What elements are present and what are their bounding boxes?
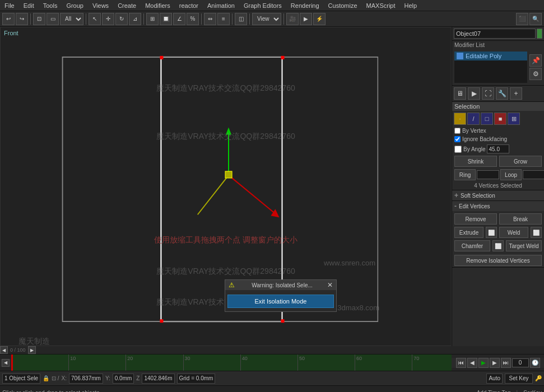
scroll-left-button[interactable]: ◀	[0, 346, 8, 354]
prev-frame-button[interactable]: ◀	[467, 358, 477, 368]
next-frame-button[interactable]: ▶	[490, 358, 500, 368]
mirror-button[interactable]: ⇔	[204, 13, 216, 25]
menu-file[interactable]: File	[0, 1, 19, 10]
edit-vertices-header[interactable]: - Edit Vertices	[452, 201, 544, 211]
move-button[interactable]: ✛	[102, 13, 114, 25]
by-angle-checkbox[interactable]	[454, 146, 462, 153]
percent-snap-button[interactable]: %	[187, 13, 199, 25]
ring-button[interactable]: Ring	[454, 169, 476, 180]
viewport[interactable]: Front	[0, 27, 452, 346]
exit-isolation-button[interactable]: Exit Isolation Mode	[227, 295, 334, 308]
remove-button[interactable]: Remove	[454, 213, 497, 225]
menu-rendering[interactable]: Rendering	[286, 1, 324, 10]
menu-group[interactable]: Group	[62, 1, 88, 10]
rotate-button[interactable]: ↻	[115, 13, 128, 25]
modifier-editable-poly[interactable]: Editable Poly	[454, 52, 527, 60]
menu-tools[interactable]: Tools	[39, 1, 62, 10]
ring-spinner[interactable]	[477, 170, 499, 179]
add-time-tag-text[interactable]: Add Time Tag	[477, 390, 511, 392]
named-sel-button[interactable]: ⬛	[516, 13, 528, 25]
extrude-settings-button[interactable]: ⬜	[486, 227, 497, 238]
menu-edit[interactable]: Edit	[19, 1, 39, 10]
vertex-sel-icon[interactable]: ·	[454, 113, 466, 125]
soft-selection-header[interactable]: + Soft Selection	[452, 190, 544, 200]
create-icon[interactable]: +	[510, 87, 522, 100]
tick-50: 50	[297, 354, 305, 371]
weld-settings-button[interactable]: ⬜	[531, 227, 542, 238]
redo-button[interactable]: ↪	[16, 13, 28, 25]
modifier-pin-button[interactable]: 📌	[529, 54, 542, 67]
element-sel-icon[interactable]: ⊞	[508, 113, 520, 125]
scale-button[interactable]: ⊿	[129, 13, 141, 25]
display-icon[interactable]: 🖥	[454, 87, 466, 100]
object-color-swatch[interactable]	[537, 29, 542, 39]
extrude-button[interactable]: Extrude	[454, 227, 483, 238]
z-value-field[interactable]: 1402.846m	[142, 374, 174, 384]
layer-button[interactable]: ◫	[235, 13, 247, 25]
selection-icons-row: · / □ ■ ⊞	[452, 111, 544, 127]
chamfer-button[interactable]: Chamfer	[454, 240, 490, 251]
reference-button[interactable]: ⊞	[146, 13, 159, 25]
menu-create[interactable]: Create	[113, 1, 141, 10]
break-button[interactable]: Break	[499, 213, 542, 225]
set-key-button[interactable]: Set Key	[505, 374, 533, 384]
ignore-backfacing-checkbox[interactable]	[454, 136, 461, 142]
angle-snap-button[interactable]: ∠	[173, 13, 185, 25]
align-button[interactable]: ≡	[217, 13, 230, 25]
timeline-bar[interactable]: 10 20 30 40 50 60 70	[11, 354, 452, 371]
soft-selection-title: Soft Selection	[461, 193, 495, 199]
edge-sel-icon[interactable]: /	[467, 113, 480, 125]
playhead[interactable]	[11, 354, 13, 371]
menu-views[interactable]: Views	[88, 1, 113, 10]
view-dropdown[interactable]: View	[252, 13, 281, 25]
frame-input[interactable]	[512, 358, 529, 367]
go-end-button[interactable]: ⏭	[501, 358, 511, 368]
timeline[interactable]: ◀ 10 20 30 40 50 60 70 ⏮ ◀ ▶ ▶ ⏭ 🕐	[0, 354, 544, 371]
shrink-button[interactable]: Shrink	[454, 156, 497, 167]
motion-icon[interactable]: ▶	[468, 87, 480, 100]
render-button[interactable]: ▶	[300, 13, 312, 25]
by-vertex-checkbox[interactable]	[454, 128, 461, 134]
play-button[interactable]: ▶	[478, 358, 489, 368]
snap-button[interactable]: 🔲	[160, 13, 172, 25]
menu-modifiers[interactable]: Modifiers	[141, 1, 175, 10]
time-config-button[interactable]: 🕐	[530, 358, 540, 368]
menu-help[interactable]: Help	[400, 1, 422, 10]
object-name-input[interactable]	[454, 29, 536, 39]
search-button[interactable]: 🔍	[529, 13, 542, 25]
select-region-button[interactable]: ▭	[47, 13, 59, 25]
chamfer-settings-button[interactable]: ⬜	[492, 240, 504, 251]
utilities-icon[interactable]: 🔧	[496, 87, 508, 100]
go-start-button[interactable]: ⏮	[456, 358, 466, 368]
menu-maxscript[interactable]: MAXScript	[362, 1, 400, 10]
border-sel-icon[interactable]: □	[481, 113, 493, 125]
grow-button[interactable]: Grow	[499, 156, 542, 167]
modifier-configure-button[interactable]: ⚙	[529, 68, 542, 80]
auto-key-field[interactable]: Auto	[486, 374, 503, 384]
loop-spinner[interactable]	[523, 170, 544, 179]
selection-filter-dropdown[interactable]: All	[60, 13, 83, 25]
select-obj-button[interactable]: ↖	[89, 13, 101, 25]
x-value-field[interactable]: 706.837mm	[69, 374, 103, 384]
menu-animation[interactable]: Animation	[203, 1, 239, 10]
quick-render-button[interactable]: ⚡	[313, 13, 326, 25]
target-weld-button[interactable]: Target Weld	[506, 240, 542, 251]
menu-customize[interactable]: Customize	[324, 1, 362, 10]
menu-reactor[interactable]: reactor	[175, 1, 203, 10]
scroll-right-button[interactable]: ▶	[28, 346, 36, 354]
angle-value-input[interactable]	[487, 144, 509, 153]
y-value-field[interactable]: 0.0mm	[113, 374, 134, 384]
polygon-sel-icon[interactable]: ■	[494, 113, 506, 125]
menu-graph-editors[interactable]: Graph Editors	[239, 1, 286, 10]
timeline-prev-button[interactable]: ◀	[2, 359, 10, 367]
loop-button[interactable]: Loop	[500, 169, 522, 180]
undo-button[interactable]: ↩	[2, 13, 15, 25]
camera-view-button[interactable]: 🎥	[286, 13, 299, 25]
weld-button[interactable]: Weld	[499, 227, 528, 238]
select-button[interactable]: ⊡	[33, 13, 45, 25]
edit-vertices-section: - Edit Vertices Remove Break Extrude ⬜ W…	[452, 201, 544, 268]
statusbar: 1 Object Sele 🔒 ⊡ / X: 706.837mm Y: 0.0m…	[0, 371, 544, 385]
hierarchy-icon[interactable]: ⛶	[482, 87, 494, 100]
remove-isolated-button[interactable]: Remove Isolated Vertices	[454, 255, 542, 266]
warning-close-button[interactable]: ✕	[327, 281, 333, 289]
